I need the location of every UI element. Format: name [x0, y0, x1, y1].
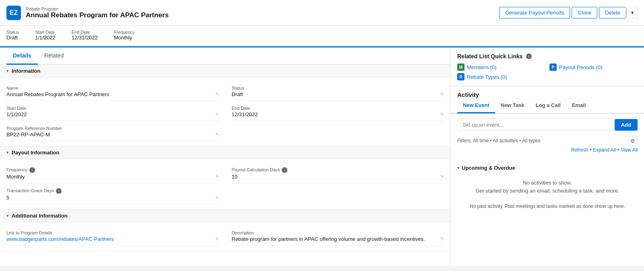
payout-section-header[interactable]: ▾ Payout Information — [0, 146, 450, 159]
upcoming-section: ▾ Upcoming & Overdue No activities to sh… — [451, 162, 644, 218]
start-date-info-value: 1/1/2022 ✎ — [6, 111, 219, 117]
program-ref-text: BP22-RP-APAC-M — [6, 131, 50, 138]
clone-button[interactable]: Clone — [572, 7, 597, 18]
description-edit-icon[interactable]: ✎ — [440, 236, 444, 242]
status-info-label: Status — [232, 86, 444, 90]
payout-section-title: Payout Information — [12, 150, 59, 156]
payout-section: ▾ Payout Information Frequency i Monthly… — [0, 146, 450, 209]
filter-gear-button[interactable]: ⚙ — [628, 136, 638, 146]
quick-links-title: Related List Quick Links i — [457, 53, 638, 60]
rebate-types-link-text: Rebate Types (0) — [467, 74, 507, 80]
event-input-row: Add — [457, 119, 638, 131]
payout-calc-edit-icon[interactable]: ✎ — [440, 174, 444, 179]
end-date-info-text: 12/31/2022 — [232, 111, 258, 117]
members-quick-link[interactable]: M Members (0) — [457, 64, 545, 71]
filters-text: Filters: All time • All activities • All… — [457, 138, 540, 144]
end-date-info-label: End Date — [232, 106, 444, 111]
start-date-info-text: 1/1/2022 — [6, 111, 27, 117]
grace-days-edit-icon[interactable]: ✎ — [215, 195, 219, 200]
app-subtitle: Rebate Program — [26, 6, 169, 11]
app-title: Annual Rebates Program for APAC Partners — [26, 11, 169, 19]
tab-new-task[interactable]: New Task — [495, 98, 530, 113]
name-value-text: Annual Rebates Program for APAC Partners — [6, 91, 109, 97]
filters-row: Filters: All time • All activities • All… — [457, 136, 638, 146]
frequency-field: Frequency Monthly — [114, 30, 135, 41]
rebate-types-icon: R — [457, 73, 464, 80]
additional-section-header[interactable]: ▾ Additional Information — [0, 209, 450, 222]
information-section: ▾ Information Name Annual Rebates Progra… — [0, 65, 450, 146]
start-date-edit-icon[interactable]: ✎ — [215, 112, 219, 117]
upcoming-chevron-icon: ▾ — [457, 166, 459, 170]
payout-frequency-text: Monthly — [6, 174, 25, 180]
description-label: Description — [232, 230, 444, 235]
add-event-button[interactable]: Add — [615, 119, 638, 131]
payout-calc-text: 10 — [232, 174, 237, 180]
program-ref-label: Program Reference Number — [6, 126, 219, 131]
payout-section-body: Frequency i Monthly ✎ Payout Calculation… — [0, 159, 450, 209]
name-field-value: Annual Rebates Program for APAC Partners… — [6, 91, 219, 97]
end-date-info-value: 12/31/2022 ✎ — [232, 111, 444, 117]
event-input[interactable] — [457, 119, 611, 131]
status-edit-icon[interactable]: ✎ — [440, 92, 444, 97]
app-icon: EZ — [6, 6, 21, 20]
expand-all-link[interactable]: Expand All — [593, 147, 616, 153]
additional-section-body: Link to Program Details www.badgerparts.… — [0, 222, 450, 250]
information-fields-grid: Name Annual Rebates Program for APAC Par… — [6, 82, 444, 141]
start-date-info-label: Start Date — [6, 106, 219, 111]
tab-email[interactable]: Email — [566, 98, 592, 113]
quick-links-section: Related List Quick Links i M Members (0)… — [451, 47, 644, 86]
payout-frequency-field: Frequency i Monthly ✎ — [6, 164, 219, 183]
rebate-types-quick-link[interactable]: R Rebate Types (0) — [457, 73, 545, 80]
status-info-field: Status Draft ✎ — [232, 82, 444, 101]
status-field: Status Draft — [6, 30, 19, 41]
start-date-field: Start Date 1/1/2022 — [35, 30, 56, 41]
name-field: Name Annual Rebates Program for APAC Par… — [6, 82, 219, 101]
name-field-label: Name — [6, 86, 219, 90]
generate-payout-periods-button[interactable]: Generate Payout Periods — [499, 7, 570, 18]
status-bar: Status Draft Start Date 1/1/2022 End Dat… — [0, 26, 644, 47]
grace-days-field: Transaction Grace Days i 5 ✎ — [6, 185, 219, 204]
additional-section-title: Additional Information — [12, 213, 68, 219]
delete-button[interactable]: Delete — [599, 7, 626, 18]
more-actions-button[interactable]: ▾ — [628, 7, 638, 18]
information-chevron-icon: ▾ — [6, 69, 8, 73]
information-section-header[interactable]: ▾ Information — [0, 65, 450, 78]
grace-days-text: 5 — [6, 195, 9, 201]
link-edit-icon[interactable]: ✎ — [215, 236, 219, 242]
refresh-link[interactable]: Refresh — [571, 147, 588, 153]
information-section-body: Name Annual Rebates Program for APAC Par… — [0, 78, 450, 146]
payout-periods-link-text: Payout Periods (0) — [559, 64, 603, 70]
description-value: Rebate program for partners in APAC offe… — [232, 236, 444, 242]
name-edit-icon[interactable]: ✎ — [215, 92, 219, 97]
link-label: Link to Program Details — [6, 230, 219, 235]
app-header: EZ Rebate Program Annual Rebates Program… — [0, 0, 644, 26]
end-date-info-field: End Date 12/31/2022 ✎ — [232, 103, 444, 121]
right-panel: Related List Quick Links i M Members (0)… — [451, 47, 644, 266]
payout-periods-icon: P — [549, 64, 557, 71]
program-ref-value: BP22-RP-APAC-M ✎ — [6, 131, 219, 138]
upcoming-header[interactable]: ▾ Upcoming & Overdue — [457, 162, 638, 174]
program-ref-field: Program Reference Number BP22-RP-APAC-M … — [6, 123, 219, 141]
payout-fields-grid: Frequency i Monthly ✎ Payout Calculation… — [6, 164, 444, 204]
left-panel: Details Related ▾ Information Name Annua… — [0, 47, 451, 266]
link-anchor[interactable]: www.badgerparts.com/rebates/APAC-Partner… — [6, 236, 114, 242]
payout-frequency-edit-icon[interactable]: ✎ — [215, 174, 219, 179]
program-ref-edit-icon[interactable]: ✎ — [215, 132, 219, 137]
end-date-value: 12/31/2022 — [72, 35, 98, 41]
tab-new-event[interactable]: New Event — [457, 98, 495, 113]
end-date-edit-icon[interactable]: ✎ — [440, 112, 444, 117]
end-date-field: End Date 12/31/2022 — [72, 30, 98, 41]
activity-body: Add Filters: All time • All activities •… — [451, 114, 644, 162]
no-activity-line2: Get started by sending an email, schedul… — [457, 187, 638, 195]
tab-log-a-call[interactable]: Log a Call — [530, 98, 566, 113]
tab-details[interactable]: Details — [6, 47, 38, 65]
link-value: www.badgerparts.com/rebates/APAC-Partner… — [6, 236, 219, 242]
view-all-link[interactable]: View All — [621, 147, 638, 153]
quick-links-title-text: Related List Quick Links — [457, 53, 523, 60]
status-info-value: Draft ✎ — [232, 91, 444, 97]
tab-related[interactable]: Related — [38, 47, 70, 65]
payout-periods-quick-link[interactable]: P Payout Periods (0) — [549, 64, 638, 71]
main-layout: Details Related ▾ Information Name Annua… — [0, 47, 644, 266]
payout-frequency-value: Monthly ✎ — [6, 174, 219, 180]
status-info-text: Draft — [232, 91, 243, 97]
